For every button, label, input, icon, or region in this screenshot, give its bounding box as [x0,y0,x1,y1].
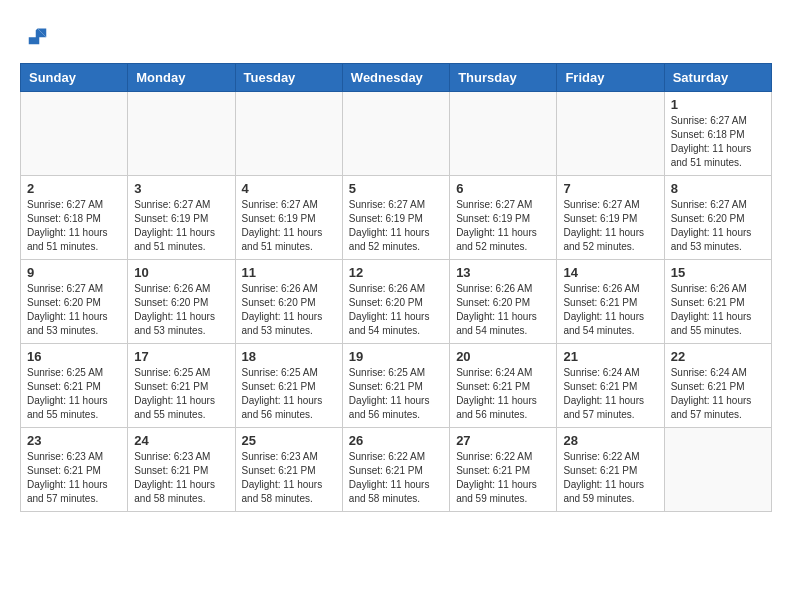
cell-info: Sunrise: 6:23 AM Sunset: 6:21 PM Dayligh… [134,450,228,506]
day-number: 4 [242,181,336,196]
calendar-cell-w2-d2: 11Sunrise: 6:26 AM Sunset: 6:20 PM Dayli… [235,260,342,344]
cell-info: Sunrise: 6:26 AM Sunset: 6:20 PM Dayligh… [242,282,336,338]
day-number: 3 [134,181,228,196]
calendar-cell-w3-d5: 21Sunrise: 6:24 AM Sunset: 6:21 PM Dayli… [557,344,664,428]
cell-info: Sunrise: 6:22 AM Sunset: 6:21 PM Dayligh… [563,450,657,506]
calendar-cell-w0-d0 [21,92,128,176]
day-number: 22 [671,349,765,364]
day-number: 14 [563,265,657,280]
cell-info: Sunrise: 6:25 AM Sunset: 6:21 PM Dayligh… [27,366,121,422]
calendar-cell-w0-d3 [342,92,449,176]
day-number: 12 [349,265,443,280]
calendar-cell-w3-d3: 19Sunrise: 6:25 AM Sunset: 6:21 PM Dayli… [342,344,449,428]
cell-info: Sunrise: 6:26 AM Sunset: 6:21 PM Dayligh… [671,282,765,338]
calendar-cell-w0-d6: 1Sunrise: 6:27 AM Sunset: 6:18 PM Daylig… [664,92,771,176]
cell-info: Sunrise: 6:24 AM Sunset: 6:21 PM Dayligh… [671,366,765,422]
week-row-0: 1Sunrise: 6:27 AM Sunset: 6:18 PM Daylig… [21,92,772,176]
cell-info: Sunrise: 6:27 AM Sunset: 6:20 PM Dayligh… [27,282,121,338]
calendar-cell-w1-d5: 7Sunrise: 6:27 AM Sunset: 6:19 PM Daylig… [557,176,664,260]
cell-info: Sunrise: 6:27 AM Sunset: 6:19 PM Dayligh… [242,198,336,254]
day-number: 26 [349,433,443,448]
day-number: 17 [134,349,228,364]
calendar-cell-w1-d6: 8Sunrise: 6:27 AM Sunset: 6:20 PM Daylig… [664,176,771,260]
day-number: 24 [134,433,228,448]
cell-info: Sunrise: 6:25 AM Sunset: 6:21 PM Dayligh… [349,366,443,422]
calendar-cell-w1-d1: 3Sunrise: 6:27 AM Sunset: 6:19 PM Daylig… [128,176,235,260]
calendar-cell-w3-d1: 17Sunrise: 6:25 AM Sunset: 6:21 PM Dayli… [128,344,235,428]
day-number: 20 [456,349,550,364]
weekday-header-row: SundayMondayTuesdayWednesdayThursdayFrid… [21,64,772,92]
page-header [20,20,772,53]
day-number: 16 [27,349,121,364]
calendar-cell-w4-d2: 25Sunrise: 6:23 AM Sunset: 6:21 PM Dayli… [235,428,342,512]
day-number: 7 [563,181,657,196]
day-number: 21 [563,349,657,364]
week-row-4: 23Sunrise: 6:23 AM Sunset: 6:21 PM Dayli… [21,428,772,512]
weekday-header-tuesday: Tuesday [235,64,342,92]
day-number: 8 [671,181,765,196]
calendar-cell-w1-d2: 4Sunrise: 6:27 AM Sunset: 6:19 PM Daylig… [235,176,342,260]
cell-info: Sunrise: 6:24 AM Sunset: 6:21 PM Dayligh… [456,366,550,422]
cell-info: Sunrise: 6:26 AM Sunset: 6:20 PM Dayligh… [456,282,550,338]
calendar-cell-w2-d4: 13Sunrise: 6:26 AM Sunset: 6:20 PM Dayli… [450,260,557,344]
cell-info: Sunrise: 6:27 AM Sunset: 6:19 PM Dayligh… [456,198,550,254]
cell-info: Sunrise: 6:22 AM Sunset: 6:21 PM Dayligh… [456,450,550,506]
calendar-cell-w2-d5: 14Sunrise: 6:26 AM Sunset: 6:21 PM Dayli… [557,260,664,344]
day-number: 27 [456,433,550,448]
day-number: 28 [563,433,657,448]
calendar-cell-w1-d4: 6Sunrise: 6:27 AM Sunset: 6:19 PM Daylig… [450,176,557,260]
day-number: 2 [27,181,121,196]
day-number: 18 [242,349,336,364]
weekday-header-wednesday: Wednesday [342,64,449,92]
day-number: 23 [27,433,121,448]
calendar-cell-w1-d3: 5Sunrise: 6:27 AM Sunset: 6:19 PM Daylig… [342,176,449,260]
weekday-header-saturday: Saturday [664,64,771,92]
weekday-header-friday: Friday [557,64,664,92]
weekday-header-thursday: Thursday [450,64,557,92]
calendar-cell-w4-d6 [664,428,771,512]
calendar-cell-w3-d4: 20Sunrise: 6:24 AM Sunset: 6:21 PM Dayli… [450,344,557,428]
cell-info: Sunrise: 6:27 AM Sunset: 6:19 PM Dayligh… [134,198,228,254]
calendar-cell-w3-d2: 18Sunrise: 6:25 AM Sunset: 6:21 PM Dayli… [235,344,342,428]
calendar-cell-w4-d5: 28Sunrise: 6:22 AM Sunset: 6:21 PM Dayli… [557,428,664,512]
calendar-cell-w3-d0: 16Sunrise: 6:25 AM Sunset: 6:21 PM Dayli… [21,344,128,428]
calendar-cell-w4-d1: 24Sunrise: 6:23 AM Sunset: 6:21 PM Dayli… [128,428,235,512]
day-number: 9 [27,265,121,280]
calendar-cell-w4-d3: 26Sunrise: 6:22 AM Sunset: 6:21 PM Dayli… [342,428,449,512]
day-number: 5 [349,181,443,196]
cell-info: Sunrise: 6:23 AM Sunset: 6:21 PM Dayligh… [242,450,336,506]
cell-info: Sunrise: 6:26 AM Sunset: 6:21 PM Dayligh… [563,282,657,338]
cell-info: Sunrise: 6:27 AM Sunset: 6:19 PM Dayligh… [563,198,657,254]
cell-info: Sunrise: 6:26 AM Sunset: 6:20 PM Dayligh… [349,282,443,338]
day-number: 19 [349,349,443,364]
calendar-cell-w4-d4: 27Sunrise: 6:22 AM Sunset: 6:21 PM Dayli… [450,428,557,512]
day-number: 1 [671,97,765,112]
cell-info: Sunrise: 6:27 AM Sunset: 6:20 PM Dayligh… [671,198,765,254]
day-number: 10 [134,265,228,280]
calendar-table: SundayMondayTuesdayWednesdayThursdayFrid… [20,63,772,512]
cell-info: Sunrise: 6:27 AM Sunset: 6:18 PM Dayligh… [671,114,765,170]
calendar-cell-w2-d6: 15Sunrise: 6:26 AM Sunset: 6:21 PM Dayli… [664,260,771,344]
calendar-cell-w0-d4 [450,92,557,176]
calendar-cell-w0-d5 [557,92,664,176]
calendar-body: 1Sunrise: 6:27 AM Sunset: 6:18 PM Daylig… [21,92,772,512]
day-number: 15 [671,265,765,280]
week-row-2: 9Sunrise: 6:27 AM Sunset: 6:20 PM Daylig… [21,260,772,344]
day-number: 11 [242,265,336,280]
weekday-header-monday: Monday [128,64,235,92]
calendar-cell-w3-d6: 22Sunrise: 6:24 AM Sunset: 6:21 PM Dayli… [664,344,771,428]
calendar-cell-w1-d0: 2Sunrise: 6:27 AM Sunset: 6:18 PM Daylig… [21,176,128,260]
day-number: 6 [456,181,550,196]
week-row-3: 16Sunrise: 6:25 AM Sunset: 6:21 PM Dayli… [21,344,772,428]
day-number: 25 [242,433,336,448]
week-row-1: 2Sunrise: 6:27 AM Sunset: 6:18 PM Daylig… [21,176,772,260]
calendar-cell-w2-d1: 10Sunrise: 6:26 AM Sunset: 6:20 PM Dayli… [128,260,235,344]
cell-info: Sunrise: 6:27 AM Sunset: 6:19 PM Dayligh… [349,198,443,254]
calendar-cell-w0-d1 [128,92,235,176]
cell-info: Sunrise: 6:23 AM Sunset: 6:21 PM Dayligh… [27,450,121,506]
cell-info: Sunrise: 6:24 AM Sunset: 6:21 PM Dayligh… [563,366,657,422]
day-number: 13 [456,265,550,280]
calendar-cell-w0-d2 [235,92,342,176]
cell-info: Sunrise: 6:22 AM Sunset: 6:21 PM Dayligh… [349,450,443,506]
cell-info: Sunrise: 6:25 AM Sunset: 6:21 PM Dayligh… [242,366,336,422]
